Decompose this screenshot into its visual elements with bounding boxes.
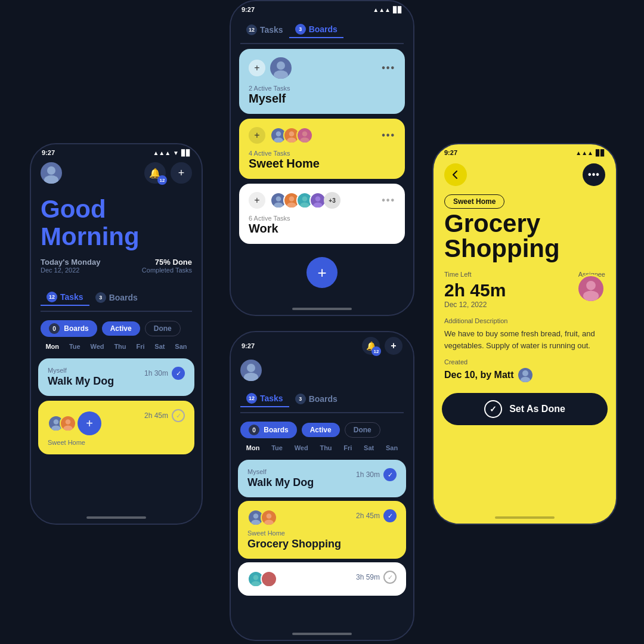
boards-badge-1: 3 xyxy=(95,292,106,303)
svg-point-11 xyxy=(287,137,296,143)
tab-tasks-2[interactable]: 12 Tasks xyxy=(240,21,289,38)
svg-point-9 xyxy=(274,137,283,143)
board-add-1[interactable]: + xyxy=(249,60,265,76)
status-bar-1: 9:27 ▲▲▲ ▼ ▊▊ xyxy=(31,144,202,159)
status-bar-2: 9:27 ▲▲▲ ▊▊ xyxy=(231,1,413,16)
svg-point-16 xyxy=(289,196,295,202)
p1-header: 🔔 12 + xyxy=(31,159,202,190)
status-bar-3: 9:27 🔔 12 + xyxy=(231,332,413,357)
fab-1[interactable]: + xyxy=(78,411,101,435)
svg-point-23 xyxy=(244,373,258,381)
board-extra-3: +3 xyxy=(324,192,340,209)
day-bar-3: Mon Tue Wed Thu Fri Sat San xyxy=(231,442,413,456)
task-time-3-3: 3h 59m ✓ xyxy=(356,571,397,584)
filter-done-3[interactable]: Done xyxy=(345,422,380,438)
tab-tasks-1[interactable]: 12 Tasks xyxy=(41,289,89,306)
board-card-3[interactable]: + +3 xyxy=(239,184,405,244)
tab-boards-1[interactable]: 3 Boards xyxy=(89,289,144,306)
boards-label-1: Boards xyxy=(109,293,138,302)
board-add-3[interactable]: + xyxy=(249,192,265,209)
board-left-1: + xyxy=(249,57,292,79)
svg-point-4 xyxy=(66,420,71,425)
svg-point-20 xyxy=(315,196,321,202)
add-desc-label-4: Additional Description xyxy=(434,317,616,324)
home-indicator-1 xyxy=(86,516,146,519)
board-active-3: 6 Active Tasks xyxy=(249,215,395,222)
tasks-badge-3: 12 xyxy=(246,393,257,404)
check-3-3[interactable]: ✓ xyxy=(383,571,397,584)
day-san-1: San xyxy=(175,343,187,350)
board-more-1[interactable]: ••• xyxy=(382,63,395,73)
notification-btn-1[interactable]: 🔔 12 xyxy=(144,162,166,184)
set-done-btn-4[interactable]: ✓ Set As Done xyxy=(442,393,608,425)
today-label: Today's Monday xyxy=(41,258,100,267)
p2-fab-row: + xyxy=(231,249,413,296)
filter-active-1[interactable]: Active xyxy=(102,321,140,336)
filter-active-3[interactable]: Active xyxy=(302,423,340,437)
bav-2-3 xyxy=(296,127,313,144)
done-check-icon-4: ✓ xyxy=(484,400,502,418)
svg-point-28 xyxy=(253,575,259,580)
p3-user-row xyxy=(231,357,413,385)
date-value: Dec 12, 2022 xyxy=(41,267,100,274)
add-btn-3[interactable]: + xyxy=(385,337,402,355)
filter-bar-3: 0 Boards Active Done xyxy=(231,418,413,442)
time-2: 9:27 xyxy=(242,6,255,13)
task-card-1-1[interactable]: 1h 30m ✓ Myself Walk My Dog xyxy=(38,358,194,396)
p4-time-section: 2h 45m xyxy=(434,280,616,301)
check-1-2[interactable]: ✓ xyxy=(172,409,185,422)
filter-done-1[interactable]: Done xyxy=(145,321,181,336)
svg-point-29 xyxy=(251,581,260,587)
task-card-3-2[interactable]: 2h 45m ✓ Sweet Home Grocery Shopping xyxy=(238,501,406,559)
add-btn-1[interactable]: + xyxy=(171,162,192,184)
assignee-avatar-4 xyxy=(577,274,605,303)
assignee-av-4 xyxy=(577,274,605,303)
av-3-3-2 xyxy=(261,571,277,587)
check-1-1[interactable]: ✓ xyxy=(172,367,185,380)
boards-count-1: 0 xyxy=(49,323,60,334)
svg-point-31 xyxy=(264,581,273,587)
user-avatar-1[interactable] xyxy=(41,162,62,184)
status-bar-4: 9:27 ▲▲▲ ▊▊ xyxy=(434,144,616,159)
home-indicator-2 xyxy=(292,308,352,310)
task-card-3-3[interactable]: 3h 59m ✓ xyxy=(238,562,406,596)
filter-boards-label-3: Boards xyxy=(264,426,288,434)
board-header-1: + ••• xyxy=(249,57,395,79)
p4-header: ••• xyxy=(434,159,616,190)
board-more-3[interactable]: ••• xyxy=(382,195,395,206)
board-more-2[interactable]: ••• xyxy=(382,130,395,141)
fab-2[interactable]: + xyxy=(306,257,338,288)
check-3-1[interactable]: ✓ xyxy=(383,468,397,481)
filter-boards-3[interactable]: 0 Boards xyxy=(240,422,297,438)
board-card-1[interactable]: + ••• 2 Active Tasks Myself xyxy=(239,49,405,114)
svg-point-17 xyxy=(287,202,296,208)
svg-point-5 xyxy=(63,426,72,432)
tab-tasks-3[interactable]: 12 Tasks xyxy=(240,391,289,407)
task-title-4: Grocery Shopping xyxy=(434,211,616,261)
progress-label: Completed Tasks xyxy=(142,267,192,274)
status-icons-1: ▲▲▲ ▼ ▊▊ xyxy=(153,150,191,156)
tasks-label-1: Tasks xyxy=(60,292,83,302)
task-card-3-1[interactable]: 1h 30m ✓ Myself Walk My Dog xyxy=(238,460,406,497)
task-card-1-2[interactable]: 2h 45m ✓ + Sweet Home xyxy=(38,401,194,454)
svg-point-12 xyxy=(302,131,308,137)
more-btn-4[interactable]: ••• xyxy=(583,163,605,186)
task-time-3-1: 1h 30m ✓ xyxy=(356,468,397,481)
boards-count-3: 0 xyxy=(249,425,259,435)
board-name-2: Sweet Home xyxy=(249,157,395,171)
svg-point-6 xyxy=(277,61,285,70)
board-add-2[interactable]: + xyxy=(249,127,265,144)
check-3-2[interactable]: ✓ xyxy=(383,509,397,522)
tab-boards-3[interactable]: 3 Boards xyxy=(289,391,343,407)
boards-badge-3: 3 xyxy=(295,394,306,404)
status-icons-2: ▲▲▲ ▊▊ xyxy=(373,7,402,13)
board-avatar-1 xyxy=(270,57,292,79)
notification-btn-3[interactable]: 🔔 12 xyxy=(362,337,380,355)
tab-boards-2[interactable]: 3 Boards xyxy=(289,21,343,38)
svg-point-19 xyxy=(300,202,309,208)
board-card-2[interactable]: + ••• 4 Active Tasks xyxy=(239,119,405,179)
back-btn-4[interactable] xyxy=(444,163,467,186)
filter-boards-1[interactable]: 0 Boards xyxy=(41,320,97,337)
time-left-label-4: Time Left xyxy=(444,271,471,278)
user-avatar-3 xyxy=(240,360,262,381)
